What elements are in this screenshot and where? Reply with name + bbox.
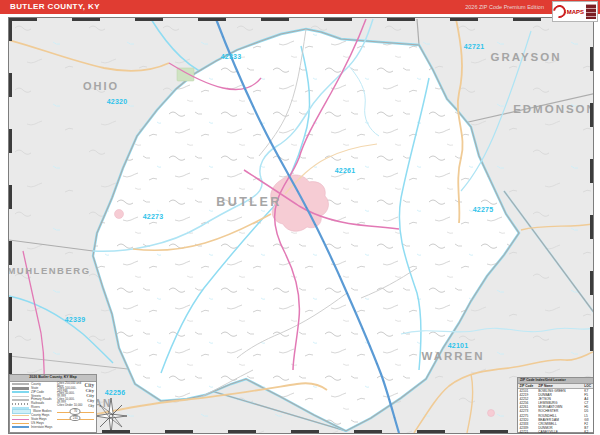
zip-label-42101: 42101 — [448, 342, 468, 349]
legend-swatch-icon — [12, 391, 29, 393]
zip-label-42339: 42339 — [65, 316, 85, 323]
logo-swoosh-icon — [550, 2, 568, 20]
zip-label-42256: 42256 — [105, 389, 125, 396]
legend-shield-row: 231 — [57, 415, 94, 422]
compass-rose-icon — [93, 398, 129, 433]
edition-label: 2026 ZIP Code Premium Edition — [465, 0, 544, 14]
county-label-warren: WARREN — [421, 350, 484, 362]
legend-city-sample: City — [88, 404, 94, 408]
highway-shield-icon: 231 — [70, 415, 81, 422]
legend-swatch-icon — [12, 409, 31, 414]
zip-label-42333: 42333 — [221, 53, 241, 60]
legend-swatch-icon — [12, 415, 29, 417]
zip-label-42275: 42275 — [473, 206, 493, 213]
county-label-grayson: GRAYSON — [490, 51, 561, 63]
map-canvas: OHIOGRAYSONEDMONSONBUTLERMUHLENBERGWARRE… — [9, 18, 593, 433]
legend-swatch-icon — [12, 423, 29, 425]
legend-city-sample: City — [87, 399, 94, 403]
county-label-butler: BUTLER — [216, 195, 282, 209]
legend-swatch-icon — [12, 419, 29, 421]
zip-name-cell: CANEYVILLE — [537, 430, 583, 433]
zip-index-table: ZIP Code Index/Grid Locator ZIP Code ZIP… — [517, 377, 593, 433]
zip-label-42261: 42261 — [335, 167, 355, 174]
legend-item-label: Interstate Hwys — [31, 426, 55, 429]
zip-label-42320: 42320 — [107, 98, 127, 105]
legend-cities-column: Cities 250,000 and MoreCityCities 100,00… — [57, 383, 94, 430]
legend-swatch-icon — [12, 383, 29, 385]
zip-table-row: 42721CANEYVILLEK2 — [518, 430, 593, 433]
zip-label-42273: 42273 — [143, 213, 163, 220]
legend-swatch-icon — [12, 399, 29, 401]
logo-block-icon — [586, 4, 596, 19]
legend-city-label: Cities Under 10,000 — [57, 404, 83, 407]
legend-swatch-icon — [12, 403, 29, 405]
legend-swatch-icon — [12, 396, 29, 397]
legend-items-column: CountyStateZIP CodeStreetsPrimary RoadsR… — [12, 383, 55, 430]
legend-box: 2026 Butler County, KY Map CountyStateZI… — [9, 374, 97, 433]
zip-label-42721: 42721 — [464, 43, 484, 50]
map-frame: OHIOGRAYSONEDMONSONBUTLERMUHLENBERGWARRE… — [8, 17, 594, 434]
legend-city-sample: City — [86, 393, 94, 398]
county-label-ohio: OHIO — [83, 80, 119, 92]
county-label-muhlenberg: MUHLENBERG — [9, 265, 91, 276]
publisher-logo: MAPS — [552, 1, 598, 22]
legend-swatch-icon — [12, 426, 29, 428]
legend-swatch-icon — [12, 387, 29, 390]
county-label-edmonson: EDMONSON — [513, 103, 593, 115]
logo-brand-text: MAPS — [567, 9, 584, 15]
loc-cell: K2 — [583, 430, 593, 433]
legend-item: Interstate Hwys — [12, 425, 55, 429]
zip-code-cell: 42721 — [518, 430, 537, 433]
page-title: BUTLER COUNTY, KY — [10, 0, 100, 14]
title-banner: BUTLER COUNTY, KY 2026 ZIP Code Premium … — [0, 0, 600, 14]
